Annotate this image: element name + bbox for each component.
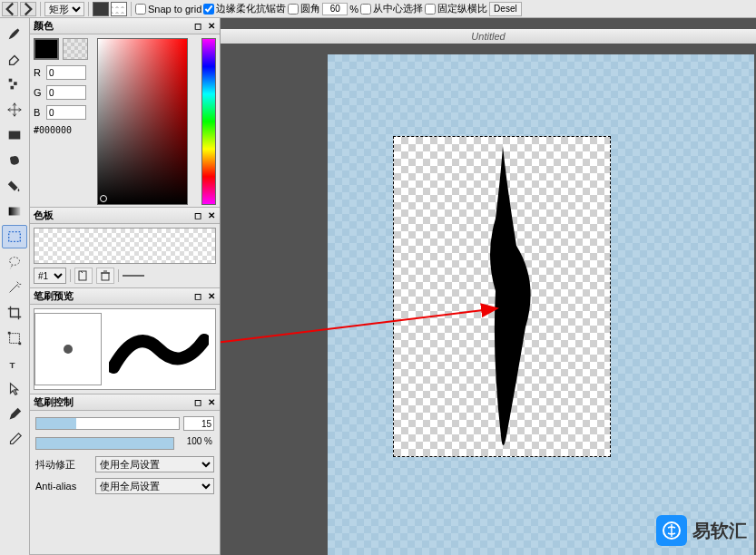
- wand-tool-icon[interactable]: [2, 276, 27, 299]
- close-icon[interactable]: ✕: [205, 19, 218, 32]
- svg-rect-0: [9, 79, 13, 83]
- pixel-tool-icon[interactable]: [2, 73, 27, 96]
- new-swatch-icon[interactable]: [74, 268, 93, 284]
- brush-control-panel: 笔刷控制 ◻ ✕ 100 % 抖动修正 使用全局设置 Anti-alias 使用…: [30, 394, 220, 555]
- svg-rect-1: [14, 82, 17, 85]
- transform-tool-icon[interactable]: [2, 326, 27, 350]
- svg-rect-5: [9, 232, 21, 242]
- undock-icon[interactable]: ◻: [191, 289, 204, 302]
- watermark-logo-icon: [656, 515, 687, 546]
- eraser-tool-icon[interactable]: [2, 47, 27, 71]
- swatch-divider-icon: [123, 275, 144, 277]
- side-panels: 颜色 ◻ ✕ R G B #000000: [30, 18, 221, 555]
- brush-size-slider[interactable]: [35, 417, 180, 430]
- stroke-color-swatch[interactable]: [93, 2, 109, 16]
- drawn-shape: [476, 146, 557, 454]
- fill-color-swatch[interactable]: [111, 2, 127, 16]
- g-label: G: [34, 87, 43, 98]
- background-color-swatch[interactable]: [63, 38, 88, 60]
- brush-opacity-value: 100 %: [178, 436, 214, 451]
- g-input[interactable]: [46, 85, 86, 100]
- color-picker[interactable]: [97, 38, 216, 203]
- svg-rect-7: [8, 332, 11, 335]
- delete-swatch-icon[interactable]: [96, 268, 114, 284]
- antialias-select[interactable]: 使用全局设置: [95, 478, 214, 494]
- jitter-label: 抖动修正: [35, 458, 92, 472]
- pointer-tool-icon[interactable]: [2, 377, 27, 401]
- selection-marquee[interactable]: [393, 136, 611, 457]
- swatches-panel-title: 色板: [34, 209, 54, 222]
- foreground-color-swatch[interactable]: [34, 38, 59, 60]
- undock-icon[interactable]: ◻: [191, 19, 204, 32]
- nav-back-button[interactable]: [2, 2, 18, 16]
- swatches-panel: 色板 ◻ ✕ #1: [30, 208, 220, 288]
- antialias-checkbox[interactable]: 边缘柔化抗锯齿: [203, 2, 286, 15]
- rect-select-tool-icon[interactable]: [2, 225, 27, 248]
- deselect-button[interactable]: Desel: [489, 2, 522, 16]
- color-panel-header: 颜色 ◻ ✕: [30, 18, 220, 34]
- lasso-tool-icon[interactable]: [2, 250, 27, 274]
- text-tool-icon[interactable]: T: [2, 352, 27, 375]
- brush-preview-title: 笔刷预览: [34, 289, 74, 303]
- options-toolbar: 矩形 Snap to grid 边缘柔化抗锯齿 圆角 % 从中心选择 固定纵横比…: [0, 0, 756, 18]
- close-icon[interactable]: ✕: [205, 209, 218, 221]
- svg-rect-11: [102, 273, 109, 280]
- hue-slider[interactable]: [201, 38, 216, 205]
- r-input[interactable]: [46, 65, 86, 80]
- brush-size-value[interactable]: [183, 416, 214, 431]
- rectangle-tool-icon[interactable]: [2, 123, 27, 147]
- nav-fwd-button[interactable]: [20, 2, 36, 16]
- gradient-tool-icon[interactable]: [2, 200, 27, 223]
- percent-label: %: [349, 4, 358, 15]
- brush-preview-panel: 笔刷预览 ◻ ✕: [30, 288, 220, 394]
- color-field[interactable]: [97, 38, 188, 205]
- pen-tool-icon[interactable]: [2, 403, 27, 426]
- brush-control-title: 笔刷控制: [34, 395, 74, 409]
- rounded-checkbox[interactable]: 圆角: [288, 2, 320, 15]
- from-center-checkbox[interactable]: 从中心选择: [360, 2, 423, 15]
- close-icon[interactable]: ✕: [205, 289, 218, 302]
- brush-tip-dot: [64, 345, 73, 354]
- brush-preview-header: 笔刷预览 ◻ ✕: [30, 288, 220, 305]
- svg-rect-4: [9, 208, 21, 216]
- swatches-panel-header: 色板 ◻ ✕: [30, 208, 220, 224]
- undock-icon[interactable]: ◻: [191, 209, 204, 221]
- svg-rect-6: [10, 334, 20, 344]
- jitter-select[interactable]: 使用全局设置: [95, 456, 214, 472]
- tool-strip: T: [0, 18, 30, 555]
- color-panel-title: 颜色: [34, 19, 54, 33]
- watermark-text: 易软汇: [692, 519, 747, 543]
- canvas-area[interactable]: Untitled: [221, 18, 756, 555]
- watermark: 易软汇: [656, 515, 747, 546]
- svg-rect-2: [11, 86, 15, 90]
- r-label: R: [34, 67, 43, 78]
- brush-stroke-preview: [109, 322, 209, 376]
- lock-aspect-checkbox[interactable]: 固定纵横比: [425, 2, 487, 15]
- brush-tool-icon[interactable]: [2, 22, 27, 45]
- shape-select[interactable]: 矩形: [44, 2, 84, 16]
- fill-tool-icon[interactable]: [2, 174, 27, 198]
- crop-tool-icon[interactable]: [2, 301, 27, 325]
- svg-rect-3: [9, 131, 21, 140]
- snap-to-grid-checkbox[interactable]: Snap to grid: [135, 4, 201, 15]
- close-icon[interactable]: ✕: [205, 395, 218, 408]
- svg-text:T: T: [10, 360, 15, 370]
- antialias-label: Anti-alias: [35, 481, 92, 492]
- color-panel: 颜色 ◻ ✕ R G B #000000: [30, 18, 220, 208]
- b-input[interactable]: [46, 105, 86, 120]
- svg-rect-8: [19, 343, 22, 346]
- swatch-preset-select[interactable]: #1: [34, 268, 66, 284]
- move-tool-icon[interactable]: [2, 98, 27, 122]
- swatch-grid[interactable]: [34, 228, 216, 264]
- document-title: Untitled: [221, 29, 756, 44]
- brush-opacity-slider[interactable]: [35, 437, 174, 450]
- rounded-value-input[interactable]: [322, 3, 348, 15]
- eyedropper-tool-icon[interactable]: [2, 428, 27, 452]
- brush-control-header: 笔刷控制 ◻ ✕: [30, 394, 220, 411]
- b-label: B: [34, 107, 43, 118]
- undock-icon[interactable]: ◻: [191, 395, 204, 408]
- hex-value: #000000: [34, 125, 93, 135]
- blob-tool-icon[interactable]: [2, 149, 27, 172]
- brush-preview-canvas: [34, 308, 216, 390]
